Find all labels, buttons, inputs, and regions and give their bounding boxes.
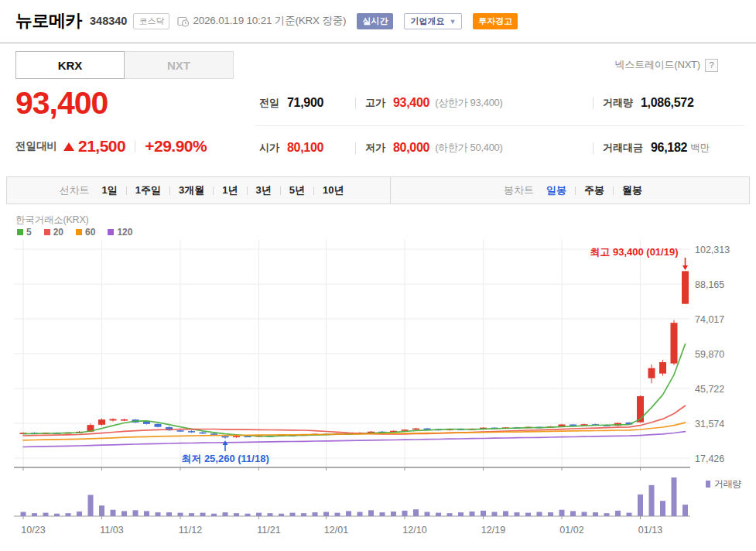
period-10y[interactable]: 10년 — [323, 183, 344, 197]
investment-warning-badge[interactable]: 투자경고 — [473, 13, 518, 29]
open-label: 시가 — [259, 141, 279, 155]
quote-info-row-2: 시가 80,100 저가 80,000 (하한가 50,400) 거래대금 96… — [259, 141, 710, 155]
stock-quote-page: 뉴로메카 348340 코스닥 2026.01.19 10:21 기준(KRX … — [0, 0, 756, 551]
change-percent: +29.90% — [145, 137, 207, 156]
period-1y[interactable]: 1년 — [222, 183, 238, 197]
quote-info-row-1: 전일 71,900 고가 93,400 (상한가 93,400) 거래량 1,0… — [259, 96, 693, 110]
high-value: 93,400 — [393, 96, 429, 110]
divider — [575, 187, 576, 195]
change-value: 21,500 — [78, 137, 125, 156]
x-axis-label: 11/03 — [100, 525, 123, 536]
stock-name: 뉴로메카 — [15, 9, 82, 33]
max-annotation: 최고 93,400 (01/19) — [590, 246, 678, 258]
open-value: 80,100 — [287, 141, 323, 155]
divider — [613, 187, 614, 195]
low-label: 저가 — [365, 141, 385, 155]
divider — [126, 187, 127, 195]
clock-icon — [177, 15, 189, 27]
divider — [247, 187, 248, 195]
x-axis-label: 01/02 — [559, 525, 583, 536]
trade-value-label: 거래대금 — [603, 141, 643, 155]
volume-bars — [21, 477, 689, 516]
period-1d[interactable]: 1일 — [102, 183, 118, 197]
low-value: 80,000 — [393, 141, 429, 155]
realtime-badge: 실시간 — [357, 13, 393, 29]
divider — [280, 187, 281, 195]
divider — [593, 142, 594, 154]
volume-legend-label: 거래량 — [714, 477, 741, 491]
y-axis-label: 17,426 — [695, 453, 724, 464]
help-icon[interactable]: ? — [705, 59, 718, 72]
high-label: 고가 — [365, 96, 385, 110]
candle-type-toolbar: 봉차트 일봉 주봉 월봉 — [391, 176, 750, 204]
y-axis-label: 88,165 — [695, 279, 724, 290]
candle-type-weekly[interactable]: 주봉 — [584, 183, 604, 197]
period-3m[interactable]: 3개월 — [179, 183, 204, 197]
x-axis-label: 01/13 — [638, 525, 662, 536]
period-3y[interactable]: 3년 — [256, 183, 272, 197]
x-axis-label: 10/23 — [21, 525, 45, 536]
divider — [355, 98, 356, 109]
candles — [20, 271, 689, 439]
y-axis-label: 45,722 — [695, 384, 724, 395]
candle-type-monthly[interactable]: 월봉 — [622, 183, 642, 197]
up-triangle-icon — [63, 142, 74, 151]
y-axis-label: 102,313 — [695, 245, 730, 255]
nextrade-label: 넥스트레이드(NXT) — [615, 58, 700, 72]
market-badge: 코스닥 — [133, 13, 169, 29]
divider — [213, 187, 214, 195]
change-row: 전일대비 21,500 +29.90% — [15, 137, 207, 156]
header: 뉴로메카 348340 코스닥 2026.01.19 10:21 기준(KRX … — [15, 9, 518, 33]
x-axis-label: 11/12 — [179, 525, 202, 536]
lower-limit-value: (하한가 50,400) — [435, 141, 502, 155]
x-axis-label: 12/19 — [481, 525, 505, 536]
x-axis-label: 12/01 — [324, 525, 348, 536]
tab-krx[interactable]: KRX — [15, 51, 125, 79]
trade-value: 96,182 — [651, 141, 687, 155]
prev-close-label: 전일 — [259, 96, 279, 110]
trade-value-unit: 백만 — [690, 142, 710, 155]
ma-line-5 — [23, 344, 686, 436]
divider — [355, 142, 356, 154]
divider — [169, 187, 170, 195]
company-overview-label: 기업개요 — [410, 16, 444, 26]
divider — [313, 187, 314, 195]
stock-chart: 102,31388,16574,01759,87045,72231,57417,… — [0, 209, 756, 551]
divider — [593, 98, 594, 109]
upper-limit-value: (상한가 93,400) — [435, 96, 502, 110]
nextrade-info: 넥스트레이드(NXT) ? — [615, 58, 718, 72]
company-overview-button[interactable]: 기업개요 ▼ — [404, 13, 462, 29]
y-axis-label: 59,870 — [695, 349, 724, 360]
quote-time: 2026.01.19 10:21 — [193, 15, 272, 26]
x-axis-label: 12/10 — [402, 525, 426, 536]
info-row-divider — [255, 125, 744, 126]
min-annotation: 최저 25,260 (11/18) — [181, 453, 269, 464]
y-axis-label: 74,017 — [695, 314, 724, 325]
quote-basis: 기준(KRX 장중) — [275, 15, 347, 26]
change-label: 전일대비 — [15, 139, 57, 153]
volume-label: 거래량 — [603, 96, 633, 110]
period-1w[interactable]: 1주일 — [135, 183, 161, 197]
candle-type-daily[interactable]: 일봉 — [546, 183, 566, 197]
tab-nxt[interactable]: NXT — [125, 51, 234, 79]
header-divider — [0, 43, 756, 43]
period-toolbar: 선차트 1일 1주일 3개월 1년 3년 5년 10년 — [6, 176, 391, 204]
candlestick-chart-svg: 102,31388,16574,01759,87045,72231,57417,… — [0, 209, 756, 551]
chart-grid — [14, 240, 690, 519]
volume-value: 1,086,572 — [641, 96, 693, 110]
current-price: 93,400 — [15, 85, 108, 121]
prev-close-value: 71,900 — [287, 96, 323, 110]
line-chart-label[interactable]: 선차트 — [60, 183, 90, 197]
chevron-down-icon: ▼ — [449, 18, 456, 26]
chart-toolbar: 선차트 1일 1주일 3개월 1년 3년 5년 10년 봉차트 일봉 주봉 월봉 — [6, 176, 750, 204]
quote-datetime: 2026.01.19 10:21 기준(KRX 장중) — [193, 14, 346, 28]
y-axis-label: 31,574 — [695, 419, 724, 430]
stock-code: 348340 — [90, 15, 127, 27]
volume-legend-swatch-icon — [706, 481, 710, 488]
x-axis-label: 11/21 — [257, 525, 280, 536]
volume-legend: 거래량 — [706, 477, 741, 491]
divider — [135, 141, 135, 152]
period-5y[interactable]: 5년 — [289, 183, 305, 197]
candle-chart-label[interactable]: 봉차트 — [504, 183, 534, 197]
